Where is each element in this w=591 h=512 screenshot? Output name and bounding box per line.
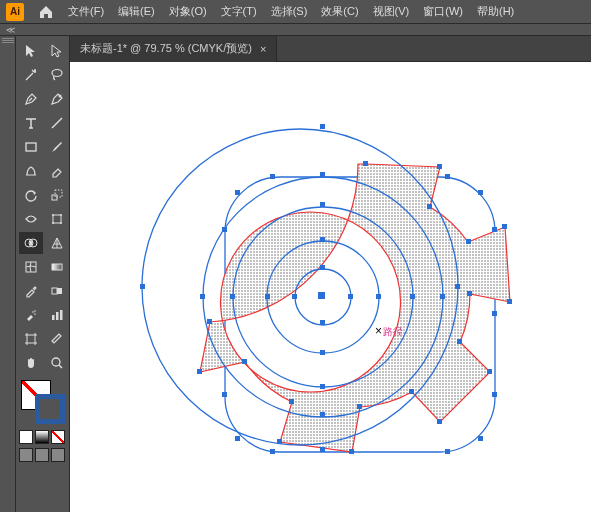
curvature-tool[interactable]: [45, 88, 69, 110]
menu-type[interactable]: 文字(T): [221, 4, 257, 19]
svg-rect-72: [427, 204, 432, 209]
slice-tool[interactable]: [45, 328, 69, 350]
svg-rect-16: [52, 264, 62, 270]
svg-point-19: [32, 311, 34, 313]
svg-rect-62: [270, 449, 275, 454]
free-transform-tool[interactable]: [45, 208, 69, 230]
svg-rect-4: [26, 143, 36, 151]
svg-rect-77: [457, 339, 462, 344]
svg-rect-69: [478, 436, 483, 441]
svg-rect-54: [410, 294, 415, 299]
rectangle-tool[interactable]: [19, 136, 43, 158]
menu-bar: Ai 文件(F) 编辑(E) 对象(O) 文字(T) 选择(S) 效果(C) 视…: [0, 0, 591, 24]
selection-tool[interactable]: [19, 40, 43, 62]
svg-rect-45: [320, 412, 325, 417]
svg-rect-70: [363, 161, 368, 166]
artboard-tool[interactable]: [19, 328, 43, 350]
fill-stroke-swatch[interactable]: [19, 380, 66, 426]
width-tool[interactable]: [19, 208, 43, 230]
zoom-tool[interactable]: [45, 352, 69, 374]
svg-rect-85: [242, 359, 247, 364]
svg-rect-47: [140, 284, 145, 289]
svg-point-26: [52, 358, 60, 366]
menu-edit[interactable]: 编辑(E): [118, 4, 155, 19]
svg-point-13: [25, 239, 33, 247]
svg-rect-53: [376, 294, 381, 299]
draw-mode-normal[interactable]: [19, 448, 33, 462]
svg-rect-82: [349, 449, 354, 454]
svg-rect-79: [437, 419, 442, 424]
menu-file[interactable]: 文件(F): [68, 4, 104, 19]
menu-view[interactable]: 视图(V): [373, 4, 410, 19]
shaper-tool[interactable]: [19, 160, 43, 182]
blend-tool[interactable]: [45, 280, 69, 302]
home-icon[interactable]: [38, 4, 54, 20]
svg-rect-39: [320, 237, 325, 242]
rotate-tool[interactable]: [19, 184, 43, 206]
svg-text:路径: 路径: [383, 326, 403, 337]
chevron-collapse-icon[interactable]: ≪: [6, 25, 15, 35]
color-mode-solid[interactable]: [19, 430, 33, 444]
svg-rect-73: [466, 239, 471, 244]
menu-window[interactable]: 窗口(W): [423, 4, 463, 19]
column-graph-tool[interactable]: [45, 304, 69, 326]
svg-rect-81: [357, 404, 362, 409]
app-logo-icon: Ai: [6, 3, 24, 21]
svg-rect-38: [320, 202, 325, 207]
close-icon[interactable]: ×: [260, 43, 266, 55]
svg-rect-22: [52, 315, 55, 320]
svg-rect-61: [445, 174, 450, 179]
symbol-sprayer-tool[interactable]: [19, 304, 43, 326]
color-mode-none[interactable]: [51, 430, 65, 444]
draw-mode-inside[interactable]: [51, 448, 65, 462]
eraser-tool[interactable]: [45, 160, 69, 182]
line-tool[interactable]: [45, 112, 69, 134]
color-mode-gradient[interactable]: [35, 430, 49, 444]
type-tool[interactable]: [19, 112, 43, 134]
svg-point-2: [59, 95, 62, 98]
magic-wand-tool[interactable]: [19, 64, 43, 86]
pen-tool[interactable]: [19, 88, 43, 110]
svg-rect-84: [289, 399, 294, 404]
svg-rect-18: [57, 288, 62, 294]
gradient-tool[interactable]: [45, 256, 69, 278]
scale-tool[interactable]: [45, 184, 69, 206]
stroke-swatch[interactable]: [35, 394, 65, 424]
svg-rect-59: [222, 392, 227, 397]
menu-effect[interactable]: 效果(C): [321, 4, 358, 19]
svg-rect-17: [52, 288, 57, 294]
draw-mode-behind[interactable]: [35, 448, 49, 462]
hand-tool[interactable]: [19, 352, 43, 374]
document-tab[interactable]: 未标题-1* @ 79.75 % (CMYK/预览) ×: [70, 36, 277, 62]
svg-rect-50: [265, 294, 270, 299]
mesh-tool[interactable]: [19, 256, 43, 278]
canvas[interactable]: × 路径: [70, 62, 591, 512]
svg-rect-86: [197, 369, 202, 374]
svg-rect-23: [56, 312, 59, 320]
svg-point-14: [29, 239, 37, 247]
svg-rect-56: [455, 284, 460, 289]
perspective-tool[interactable]: [45, 232, 69, 254]
svg-rect-75: [507, 299, 512, 304]
svg-rect-44: [320, 384, 325, 389]
menu-help[interactable]: 帮助(H): [477, 4, 514, 19]
svg-rect-25: [27, 335, 35, 343]
svg-rect-37: [320, 172, 325, 177]
direct-selection-tool[interactable]: [45, 40, 69, 62]
menu-select[interactable]: 选择(S): [271, 4, 308, 19]
menu-object[interactable]: 对象(O): [169, 4, 207, 19]
svg-rect-40: [320, 265, 325, 270]
eyedropper-tool[interactable]: [19, 280, 43, 302]
svg-rect-46: [320, 447, 325, 452]
svg-rect-48: [200, 294, 205, 299]
svg-text:×: ×: [375, 324, 382, 338]
svg-rect-83: [277, 439, 282, 444]
svg-rect-60: [270, 174, 275, 179]
lasso-tool[interactable]: [45, 64, 69, 86]
paintbrush-tool[interactable]: [45, 136, 69, 158]
control-bar: ≪: [0, 24, 591, 36]
svg-rect-43: [320, 350, 325, 355]
shape-builder-tool[interactable]: [19, 232, 43, 254]
svg-point-1: [52, 70, 62, 77]
grip-icon[interactable]: [2, 38, 14, 44]
